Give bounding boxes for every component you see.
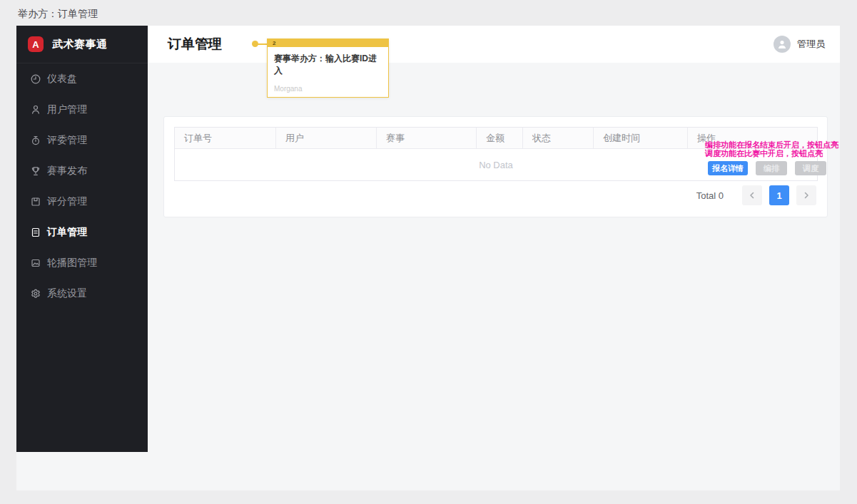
sidebar-menu: 仪表盘 用户管理 评委管理 赛事发布 <box>16 63 148 309</box>
sidebar-item-orders[interactable]: 订单管理 <box>16 217 148 247</box>
sidebar: A 武术赛事通 仪表盘 用户管理 评委管理 <box>16 26 148 452</box>
judge-icon <box>30 135 41 146</box>
dashboard-icon <box>30 73 41 85</box>
sidebar-item-users[interactable]: 用户管理 <box>16 94 148 125</box>
sidebar-item-settings[interactable]: 系统设置 <box>16 278 148 309</box>
user-name: 管理员 <box>797 38 825 51</box>
trophy-icon <box>30 165 41 177</box>
page-title: 订单管理 <box>168 35 222 53</box>
score-icon <box>30 196 41 207</box>
annotation-author: Morgana <box>274 85 302 93</box>
pagination-total: Total 0 <box>696 190 724 201</box>
annotation-tooltip: 2 赛事举办方：输入比赛ID进入 Morgana <box>267 38 389 98</box>
order-icon <box>30 227 41 238</box>
sidebar-item-scoring[interactable]: 评分管理 <box>16 186 148 217</box>
app-title: 武术赛事通 <box>52 38 108 51</box>
annotation-note-line1: 编排功能在报名结束后开启，按钮点亮 <box>705 140 838 149</box>
app-logo: A 武术赛事通 <box>16 26 148 63</box>
annotation-connector-line <box>257 43 268 45</box>
settings-icon <box>30 288 41 299</box>
column-header-user: 用户 <box>276 128 377 148</box>
sidebar-item-label: 仪表盘 <box>47 73 77 86</box>
sidebar-item-carousel[interactable]: 轮播图管理 <box>16 247 148 278</box>
logo-icon: A <box>28 36 44 52</box>
chevron-right-icon <box>803 190 810 201</box>
pagination: Total 0 1 <box>696 185 816 205</box>
column-header-created-at: 创建时间 <box>594 128 688 148</box>
avatar <box>774 36 791 53</box>
sidebar-item-label: 轮播图管理 <box>47 257 97 269</box>
sidebar-item-label: 系统设置 <box>47 287 87 300</box>
annotation-note-line2: 调度功能在比赛中开启，按钮点亮 <box>705 149 838 158</box>
sidebar-item-label: 赛事发布 <box>47 165 87 178</box>
users-icon <box>30 104 41 115</box>
arrange-button[interactable]: 编排 <box>756 161 787 175</box>
signup-detail-button[interactable]: 报名详情 <box>708 161 748 175</box>
row-actions: 报名详情 编排 调度 <box>708 161 826 175</box>
carousel-icon <box>30 257 41 269</box>
annotation-number: 2 <box>268 39 388 47</box>
orders-card: 订单号 用户 赛事 金额 状态 创建时间 操作 No Data 编排功能在报名结… <box>163 116 828 217</box>
schedule-button[interactable]: 调度 <box>795 161 826 175</box>
sidebar-item-label: 评分管理 <box>47 195 87 208</box>
sidebar-item-dashboard[interactable]: 仪表盘 <box>16 63 148 94</box>
column-header-event: 赛事 <box>377 128 477 148</box>
prev-page-button[interactable] <box>742 185 762 205</box>
user-menu[interactable]: 管理员 <box>774 26 825 63</box>
sidebar-item-label: 用户管理 <box>47 103 87 116</box>
sidebar-item-events[interactable]: 赛事发布 <box>16 155 148 186</box>
sidebar-item-judges[interactable]: 评委管理 <box>16 125 148 155</box>
app-window: A 武术赛事通 仪表盘 用户管理 评委管理 <box>16 26 840 490</box>
column-header-order-no: 订单号 <box>175 128 276 148</box>
window-context-label: 举办方：订单管理 <box>18 8 98 21</box>
column-header-status: 状态 <box>523 128 594 148</box>
page-1-button[interactable]: 1 <box>769 185 789 205</box>
annotation-text: 赛事举办方：输入比赛ID进入 <box>268 47 388 77</box>
column-header-amount: 金额 <box>477 128 523 148</box>
actions-annotation-note: 编排功能在报名结束后开启，按钮点亮 调度功能在比赛中开启，按钮点亮 <box>705 140 838 158</box>
chevron-left-icon <box>749 190 756 201</box>
sidebar-item-label: 订单管理 <box>47 226 87 239</box>
next-page-button[interactable] <box>796 185 816 205</box>
sidebar-item-label: 评委管理 <box>47 134 87 147</box>
